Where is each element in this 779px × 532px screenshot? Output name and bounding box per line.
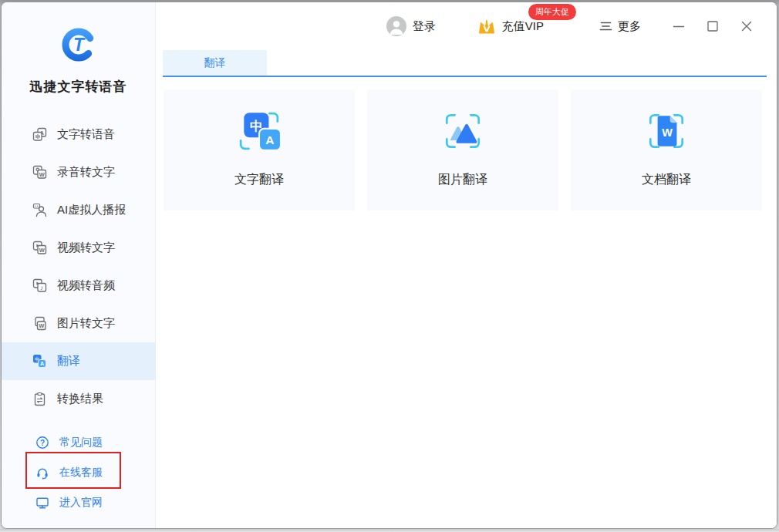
sidebar-item-ai-avatar[interactable]: AI虚拟人播报 <box>2 191 155 229</box>
text-translate-icon: 中 A <box>237 109 282 153</box>
main-area: 登录 充值VIP 周年大促 更多 <box>156 2 777 528</box>
tab-bar: 翻译 <box>156 50 777 76</box>
vip-promo-badge: 周年大促 <box>528 4 576 20</box>
sidebar-nav: A 文字转语音 W 录音转文字 <box>2 116 155 418</box>
svg-text:W: W <box>39 322 45 329</box>
svg-text:W: W <box>662 126 673 139</box>
sidebar-item-label: AI虚拟人播报 <box>57 203 126 217</box>
svg-text:A: A <box>265 133 274 146</box>
card-image-translate[interactable]: 图片翻译 <box>367 89 558 210</box>
sidebar-footer: ? 常见问题 在线客服 进入官网 <box>2 427 155 517</box>
sidebar-item-customer-service[interactable]: 在线客服 <box>2 457 155 487</box>
video-to-text-icon: W <box>32 241 47 255</box>
sidebar-item-audio-to-text[interactable]: W 录音转文字 <box>2 153 155 191</box>
results-icon <box>32 392 47 406</box>
sidebar-item-results[interactable]: 转换结果 <box>2 380 155 418</box>
website-icon <box>35 496 49 510</box>
minimize-button[interactable] <box>672 19 686 33</box>
window-controls <box>672 19 754 33</box>
svg-text:?: ? <box>40 438 45 446</box>
topbar: 登录 充值VIP 周年大促 更多 <box>156 2 777 50</box>
sidebar-item-faq[interactable]: ? 常见问题 <box>2 427 155 457</box>
svg-text:W: W <box>39 247 46 254</box>
desktop-background: T 迅捷文字转语音 A 文字转语音 W <box>0 0 779 532</box>
sidebar-item-label: 转换结果 <box>57 392 103 406</box>
app-logo-icon: T <box>57 24 100 67</box>
customer-service-icon <box>35 466 49 480</box>
document-translate-icon: W <box>644 109 689 153</box>
vip-recharge-button[interactable]: 充值VIP 周年大促 <box>476 16 544 36</box>
image-to-text-icon: W <box>32 316 47 331</box>
more-label: 更多 <box>618 19 641 34</box>
sidebar-item-label: 文字转语音 <box>57 127 115 142</box>
sidebar-item-text-to-speech[interactable]: A 文字转语音 <box>2 116 155 153</box>
close-button[interactable] <box>740 19 754 33</box>
svg-text:♪: ♪ <box>40 284 43 291</box>
desktop-edge <box>0 529 779 532</box>
translate-icon: 中 A <box>32 354 47 369</box>
content-area: 中 A 文字翻译 图片翻译 <box>156 77 777 210</box>
app-title: 迅捷文字转语音 <box>2 78 155 96</box>
sidebar-item-label: 录音转文字 <box>57 165 115 180</box>
sidebar-item-video-to-audio[interactable]: ♪ 视频转音频 <box>2 267 155 305</box>
login-button[interactable]: 登录 <box>386 16 436 36</box>
app-window: T 迅捷文字转语音 A 文字转语音 W <box>1 2 777 529</box>
tab-translate[interactable]: 翻译 <box>163 50 267 76</box>
sidebar-item-label: 视频转文字 <box>57 241 115 255</box>
video-to-audio-icon: ♪ <box>32 278 47 293</box>
image-translate-icon <box>440 109 485 153</box>
crown-icon <box>476 16 497 36</box>
svg-text:A: A <box>40 361 44 366</box>
sidebar-item-label: 常见问题 <box>59 436 103 450</box>
sidebar-item-label: 进入官网 <box>59 496 103 510</box>
sidebar-item-label: 图片转文字 <box>57 316 115 331</box>
logo-block: T 迅捷文字转语音 <box>2 2 155 96</box>
ai-avatar-icon <box>32 203 47 217</box>
hamburger-icon <box>599 21 612 32</box>
card-label: 文档翻译 <box>642 172 691 188</box>
sidebar: T 迅捷文字转语音 A 文字转语音 W <box>2 2 156 528</box>
avatar-icon <box>386 16 406 36</box>
svg-text:T: T <box>73 35 85 55</box>
minimize-icon <box>672 19 686 33</box>
maximize-icon <box>706 19 720 33</box>
audio-to-text-icon: W <box>32 165 47 180</box>
card-document-translate[interactable]: W 文档翻译 <box>571 89 762 210</box>
sidebar-item-label: 翻译 <box>57 354 80 369</box>
sidebar-item-video-to-text[interactable]: W 视频转文字 <box>2 229 155 267</box>
sidebar-item-label: 视频转音频 <box>57 278 115 293</box>
sidebar-item-label: 在线客服 <box>59 466 103 480</box>
maximize-button[interactable] <box>706 19 720 33</box>
faq-icon: ? <box>35 436 49 450</box>
svg-text:W: W <box>39 171 46 178</box>
close-icon <box>740 19 754 33</box>
more-menu-button[interactable]: 更多 <box>599 19 641 34</box>
sidebar-item-image-to-text[interactable]: W 图片转文字 <box>2 305 155 342</box>
sidebar-item-website[interactable]: 进入官网 <box>2 487 155 517</box>
sidebar-item-translate[interactable]: 中 A 翻译 <box>2 342 155 380</box>
login-label: 登录 <box>413 19 436 34</box>
vip-label: 充值VIP <box>502 19 544 34</box>
text-to-speech-icon: A <box>32 127 47 142</box>
card-label: 文字翻译 <box>234 172 284 188</box>
card-label: 图片翻译 <box>438 172 487 188</box>
card-text-translate[interactable]: 中 A 文字翻译 <box>164 89 355 210</box>
